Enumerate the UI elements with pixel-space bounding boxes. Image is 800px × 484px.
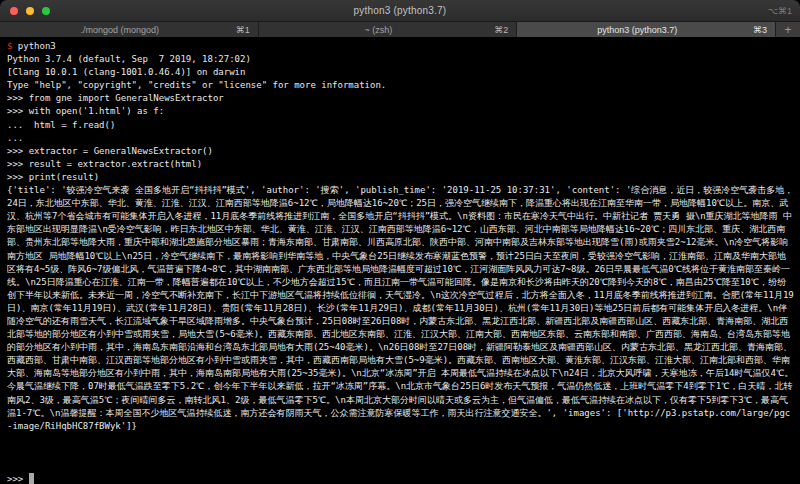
tab-mongod[interactable]: ./mongod (mongod) ⌘1 <box>0 22 259 37</box>
terminal-line: >>> print(result) <box>7 171 794 184</box>
terminal-line: >>> result = extractor.extract(html) <box>7 158 794 171</box>
terminal-line: ... <box>7 132 794 145</box>
window-title: python3 (python3.7) <box>354 5 447 16</box>
tab-label: python3 (python3.7) <box>525 25 749 35</box>
window-shortcut-hint: ⌥⌘1 <box>768 0 792 21</box>
repl-prompt: >>> <box>7 474 29 484</box>
terminal-line: [Clang 10.0.1 (clang-1001.0.46.4)] on da… <box>7 66 794 79</box>
terminal-cursor <box>29 473 35 484</box>
tab-python3[interactable]: python3 (python3.7) ⌘3 <box>517 22 776 37</box>
terminal-window: python3 (python3.7) ⌥⌘1 ./mongod (mongod… <box>0 0 800 484</box>
new-tab-button[interactable]: + <box>776 22 800 37</box>
tab-zsh[interactable]: ~ (zsh) ⌘2 <box>259 22 518 37</box>
titlebar: python3 (python3.7) ⌥⌘1 <box>0 0 800 22</box>
tab-label: ~ (zsh) <box>267 25 491 35</box>
terminal-prompt-line: >>> <box>7 473 794 484</box>
tab-shortcut: ⌘1 <box>236 25 250 35</box>
terminal-line: >>> extractor = GeneralNewsExtractor() <box>7 145 794 158</box>
terminal-line: >>> with open('1.html') as f: <box>7 105 794 118</box>
shell-command: python3 <box>12 41 55 51</box>
terminal-output-text: {'title': '较强冷空气来袭 全国多地开启“抖抖抖”模式', 'auth… <box>7 184 794 473</box>
tab-bar: ./mongod (mongod) ⌘1 ~ (zsh) ⌘2 python3 … <box>0 22 800 38</box>
close-button[interactable] <box>10 7 18 15</box>
terminal-line: Python 3.7.4 (default, Sep 7 2019, 18:27… <box>7 53 794 66</box>
terminal-line: >>> from gne import GeneralNewsExtractor <box>7 92 794 105</box>
tab-label: ./mongod (mongod) <box>8 25 232 35</box>
terminal-line: ... html = f.read() <box>7 119 794 132</box>
minimize-button[interactable] <box>26 7 34 15</box>
terminal-screen[interactable]: $ python3 Python 3.7.4 (default, Sep 7 2… <box>0 38 800 484</box>
tab-shortcut: ⌘3 <box>753 25 767 35</box>
shell-command-line: $ python3 <box>7 40 794 53</box>
fullscreen-button[interactable] <box>42 7 50 15</box>
traffic-lights <box>10 0 50 21</box>
terminal-line: Type "help", "copyright", "credits" or "… <box>7 79 794 92</box>
tab-shortcut: ⌘2 <box>494 25 508 35</box>
